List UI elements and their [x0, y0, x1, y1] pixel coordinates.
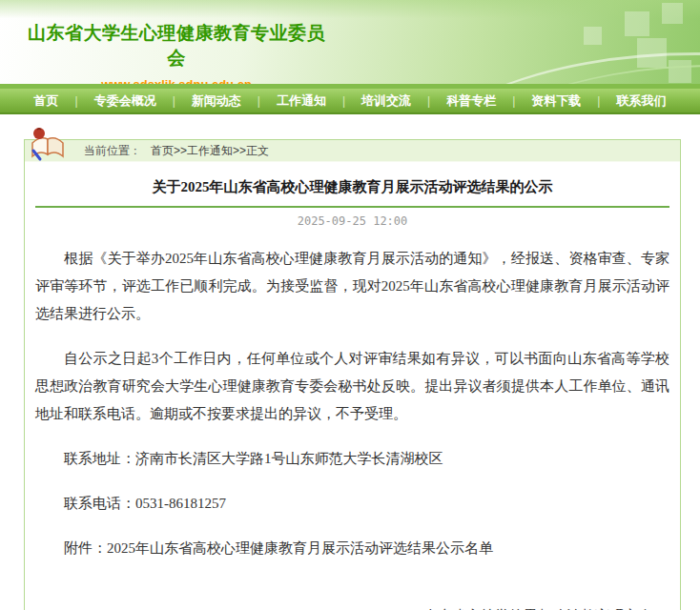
article: 关于2025年山东省高校心理健康教育月展示活动评选结果的公示 2025-09-2… [25, 162, 680, 610]
site-title: 山东省大学生心理健康教育专业委员会 [19, 21, 334, 71]
article-title: 关于2025年山东省高校心理健康教育月展示活动评选结果的公示 [35, 178, 669, 196]
open-book-icon [27, 124, 69, 164]
content-box: 当前位置：首页>>工作通知>>正文 关于2025年山东省高校心理健康教育月展示活… [24, 139, 681, 610]
breadcrumb-label: 当前位置： [84, 144, 141, 157]
signature-block: 山东省高等学校思想政治教育研究会 大学生心理健康教育专业委员会 2025年10月 [35, 600, 669, 610]
paragraph-objection: 自公示之日起3个工作日内，任何单位或个人对评审结果如有异议，可以书面向山东省高等… [35, 345, 669, 428]
site-url: www.sdsxljk.sdnu.edu.cn [19, 77, 334, 84]
nav-item-contact[interactable]: 联系我们 [600, 92, 682, 110]
title-divider [35, 206, 669, 208]
deco-square [584, 27, 602, 45]
nav-item-notices[interactable]: 工作通知 [260, 92, 342, 110]
site-header: 山东省大学生心理健康教育专业委员会 www.sdsxljk.sdnu.edu.c… [0, 0, 700, 84]
nav-item-downloads[interactable]: 资料下载 [515, 92, 597, 110]
breadcrumb-path[interactable]: 首页>>工作通知>>正文 [151, 144, 269, 157]
nav-item-news[interactable]: 新闻动态 [175, 92, 257, 110]
site-brand: 山东省大学生心理健康教育专业委员会 www.sdsxljk.sdnu.edu.c… [19, 21, 334, 84]
nav-item-training[interactable]: 培训交流 [345, 92, 427, 110]
nav-item-overview[interactable]: 专委会概况 [78, 92, 173, 110]
deco-square [625, 11, 649, 36]
nav-item-science[interactable]: 科普专栏 [430, 92, 512, 110]
breadcrumb: 当前位置：首页>>工作通知>>正文 [25, 140, 680, 162]
main-nav: 首页 | 专委会概况 | 新闻动态 | 工作通知 | 培训交流 | 科普专栏 |… [0, 89, 700, 114]
nav-item-home[interactable]: 首页 [18, 92, 75, 110]
deco-square [662, 3, 683, 24]
signature-line-org1: 山东省高等学校思想政治教育研究会 [35, 600, 652, 610]
page: 山东省大学生心理健康教育专业委员会 www.sdsxljk.sdnu.edu.c… [0, 0, 700, 610]
attachment-note: 附件：2025年山东省高校心理健康教育月展示活动评选结果公示名单 [35, 535, 669, 562]
article-date: 2025-09-25 12:00 [35, 214, 669, 228]
contact-address: 联系地址：济南市长清区大学路1号山东师范大学长清湖校区 [35, 445, 669, 473]
contact-phone: 联系电话：0531-86181257 [35, 490, 669, 518]
paragraph-intro: 根据《关于举办2025年山东省高校心理健康教育月展示活动的通知》，经报送、资格审… [35, 245, 669, 328]
